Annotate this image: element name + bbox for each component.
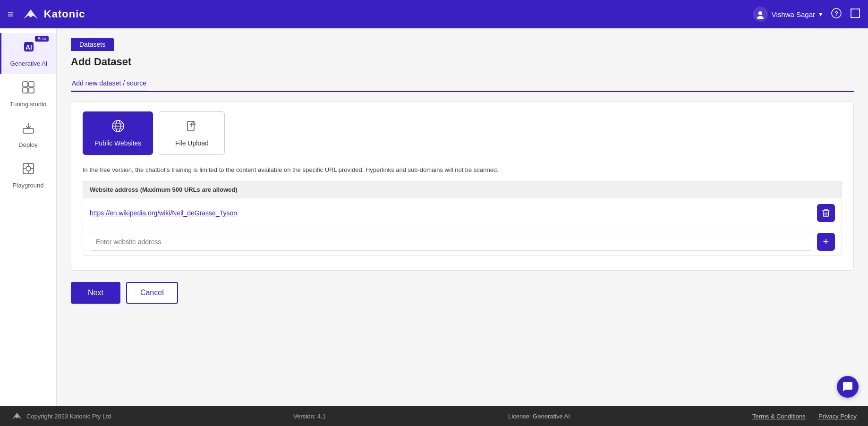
breadcrumb[interactable]: Datasets [71, 38, 114, 51]
generative-ai-icon: AI [22, 40, 36, 57]
svg-rect-9 [29, 82, 34, 87]
topnav-right: Vishwa Sagar ▾ ? [753, 7, 860, 22]
main-layout: Beta AI Generative AI Tuning studio Depl… [0, 28, 868, 406]
globe-icon [111, 119, 125, 136]
sidebar-item-playground[interactable]: Playground [0, 155, 56, 196]
privacy-link[interactable]: Privacy Policy [818, 413, 857, 420]
footer-logo: Copyright 2023 Katonic Pty Ltd [11, 412, 111, 420]
svg-point-1 [758, 11, 762, 15]
trash-icon [822, 209, 830, 217]
action-buttons: Next Cancel [71, 282, 854, 304]
source-option-file-upload[interactable]: File Upload [159, 111, 225, 155]
topnav-left: ≡ Katonic [8, 7, 85, 21]
svg-marker-0 [24, 9, 38, 19]
chat-icon [842, 381, 853, 392]
url-table: Website address (Maximum 500 URLs are al… [83, 181, 842, 256]
svg-rect-11 [29, 88, 34, 93]
expand-icon[interactable] [850, 8, 860, 21]
topnav: ≡ Katonic Vishwa Sagar ▾ ? [0, 0, 868, 28]
footer-copyright: Copyright 2023 Katonic Pty Ltd [26, 413, 111, 420]
url-link[interactable]: https://en.wikipedia.org/wiki/Neil_deGra… [90, 209, 812, 217]
info-text: In the free version, the chatbot's train… [83, 166, 842, 173]
delete-url-button[interactable] [817, 204, 835, 222]
logo-text: Katonic [44, 8, 85, 20]
sidebar-item-generative-ai[interactable]: Beta AI Generative AI [0, 33, 56, 74]
source-options: Public Websites File Upload [83, 111, 842, 155]
sidebar-label-playground: Playground [13, 182, 44, 189]
tab-add-dataset[interactable]: Add new dataset / source [71, 76, 147, 92]
cancel-button[interactable]: Cancel [126, 282, 178, 304]
user-name: Vishwa Sagar [772, 10, 815, 18]
svg-rect-25 [187, 121, 194, 131]
svg-point-15 [26, 166, 31, 171]
dataset-card: Public Websites File Upload In the free … [71, 102, 854, 271]
user-info[interactable]: Vishwa Sagar ▾ [753, 7, 823, 22]
svg-rect-10 [23, 88, 28, 93]
svg-rect-8 [23, 82, 28, 87]
sidebar-item-tuning-studio[interactable]: Tuning studio [0, 74, 56, 114]
source-label-public-websites: Public Websites [94, 139, 141, 147]
add-url-button[interactable]: + [817, 233, 835, 251]
tuning-studio-icon [21, 80, 35, 98]
footer-separator: | [811, 413, 813, 420]
page-title: Add Dataset [71, 56, 854, 68]
sidebar-label-generative-ai: Generative AI [10, 60, 48, 67]
sidebar-label-tuning-studio: Tuning studio [10, 101, 47, 108]
footer: Copyright 2023 Katonic Pty Ltd Version: … [0, 406, 868, 426]
beta-badge: Beta [35, 36, 49, 42]
url-table-header: Website address (Maximum 500 URLs are al… [83, 181, 842, 198]
playground-icon [21, 162, 35, 179]
svg-point-2 [757, 16, 764, 19]
svg-marker-26 [12, 413, 22, 419]
svg-text:AI: AI [26, 43, 32, 51]
hamburger-icon[interactable]: ≡ [8, 8, 14, 20]
next-button[interactable]: Next [71, 282, 120, 304]
footer-logo-icon [11, 412, 23, 420]
url-input[interactable] [90, 233, 812, 251]
source-label-file-upload: File Upload [175, 139, 209, 147]
svg-rect-5 [851, 9, 859, 17]
logo: Katonic [21, 7, 85, 21]
footer-version: Version: 4.1 [293, 413, 326, 420]
logo-icon [21, 7, 40, 21]
footer-license: License: Generative AI [508, 413, 570, 420]
sidebar: Beta AI Generative AI Tuning studio Depl… [0, 28, 57, 406]
terms-link[interactable]: Terms & Conditions [752, 413, 806, 420]
tab-bar: Add new dataset / source [71, 76, 854, 92]
content-area: Datasets Add Dataset Add new dataset / s… [57, 28, 868, 406]
help-icon[interactable]: ? [831, 8, 842, 21]
plus-icon: + [823, 236, 829, 248]
sidebar-label-deploy: Deploy [18, 141, 37, 148]
svg-text:?: ? [834, 10, 838, 17]
chat-bubble-button[interactable] [837, 376, 859, 398]
footer-links: Terms & Conditions | Privacy Policy [752, 413, 857, 420]
avatar [753, 7, 768, 22]
svg-rect-13 [23, 128, 34, 133]
source-option-public-websites[interactable]: Public Websites [83, 111, 153, 155]
deploy-icon [21, 121, 35, 138]
add-url-row: + [83, 228, 842, 256]
table-row: https://en.wikipedia.org/wiki/Neil_deGra… [83, 198, 842, 228]
chevron-down-icon: ▾ [819, 10, 823, 18]
file-upload-icon [185, 119, 198, 136]
sidebar-item-deploy[interactable]: Deploy [0, 114, 56, 155]
